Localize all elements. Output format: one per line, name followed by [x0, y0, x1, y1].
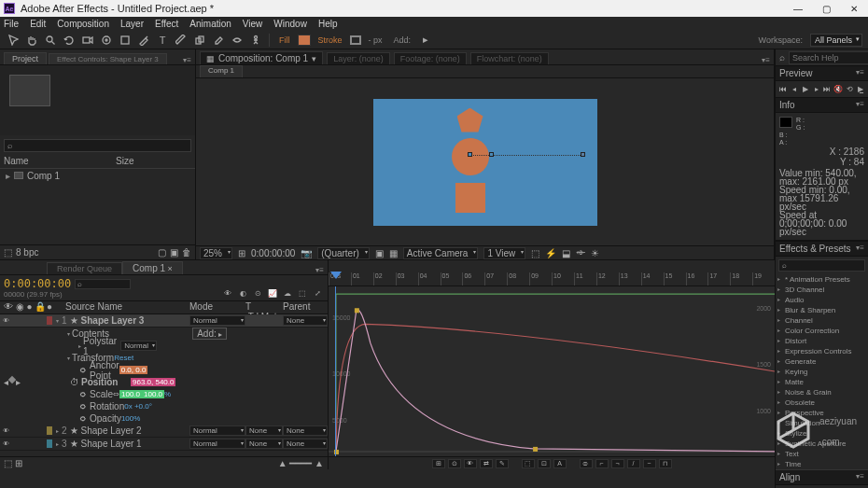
panel-menu-icon[interactable]: ▾≡: [856, 244, 864, 254]
panel-menu-icon[interactable]: ▾≡: [856, 472, 864, 482]
timeline-comp-tab[interactable]: Comp 1 ×: [122, 261, 183, 274]
graph-show-icon[interactable]: 👁: [464, 459, 477, 468]
shape-circle[interactable]: [452, 138, 489, 175]
col-parent[interactable]: Parent: [283, 301, 328, 314]
pen-tool-icon[interactable]: [136, 33, 151, 48]
trkmat-dropdown[interactable]: None: [245, 425, 283, 436]
parent-dropdown[interactable]: None: [283, 439, 328, 449]
loop-icon[interactable]: ⟲: [844, 84, 855, 94]
ruler-tick[interactable]: 05: [441, 272, 463, 286]
menu-edit[interactable]: Edit: [30, 19, 46, 29]
toggle-switches-icon[interactable]: ⬚ ⊞: [4, 458, 22, 468]
parent-dropdown[interactable]: None: [283, 425, 328, 436]
eye-icon[interactable]: 👁: [2, 316, 10, 325]
trkmat-dropdown[interactable]: None: [245, 439, 283, 449]
draft3d-icon[interactable]: ⬚: [296, 287, 309, 299]
clone-tool-icon[interactable]: [192, 33, 207, 48]
menu-window[interactable]: Window: [273, 19, 307, 29]
camera-dropdown[interactable]: Active Camera: [403, 247, 479, 259]
viewer-time[interactable]: 0:00:00:00: [251, 248, 295, 258]
panel-menu-icon[interactable]: ▾≡: [179, 56, 195, 64]
effects-category[interactable]: 3D Channel: [776, 285, 868, 295]
timeline-icon[interactable]: ⬓: [562, 248, 570, 258]
next-frame-icon[interactable]: ▸: [811, 84, 822, 94]
graph-choose-icon[interactable]: ⊞: [432, 459, 445, 468]
rotation-value[interactable]: 0x +0.0°: [124, 402, 152, 411]
layer-row-3[interactable]: 👁 ▸3 ★ Shape Layer 1 Normal None None: [0, 438, 328, 451]
first-frame-icon[interactable]: ⏮: [777, 84, 789, 94]
play-icon[interactable]: ▶: [800, 84, 811, 94]
layer-viewer-tab[interactable]: Layer: (none): [327, 52, 390, 64]
effects-category[interactable]: Time: [776, 459, 868, 469]
effects-category[interactable]: Audio: [776, 295, 868, 305]
ruler-tick[interactable]: 09: [529, 272, 552, 286]
stroke-swatch-icon[interactable]: [350, 35, 361, 45]
effects-category[interactable]: * Animation Presets: [776, 274, 868, 285]
ruler-tick[interactable]: 13: [619, 272, 641, 286]
ease-out-icon[interactable]: ¬: [611, 459, 624, 468]
graph-autozoom-icon[interactable]: A: [553, 459, 567, 468]
type-tool-icon[interactable]: T: [155, 33, 170, 48]
effect-controls-tab[interactable]: Effect Controls: Shape Layer 3: [49, 53, 167, 64]
position-value[interactable]: 963.0, 540.0: [131, 378, 175, 386]
next-kf-icon[interactable]: ▸: [16, 377, 21, 387]
stroke-width[interactable]: - px: [369, 35, 383, 45]
keyframe-handle-mid[interactable]: [489, 152, 494, 157]
menu-layer[interactable]: Layer: [120, 19, 144, 29]
new-folder-icon[interactable]: ▢: [158, 247, 166, 258]
puppet-tool-icon[interactable]: [248, 33, 263, 48]
viewer-grid-icon[interactable]: ⊞: [238, 248, 245, 258]
blend-mode-dropdown[interactable]: Normal: [189, 315, 245, 326]
fill-label[interactable]: Fill: [279, 35, 290, 45]
ruler-tick[interactable]: 03: [396, 272, 418, 286]
graph-fit-icon[interactable]: ⬚: [522, 459, 535, 468]
ruler-tick[interactable]: 07: [484, 272, 507, 286]
graph-fitall-icon[interactable]: ⊡: [538, 459, 551, 468]
render-queue-tab[interactable]: Render Queue: [47, 262, 122, 274]
ruler-tick[interactable]: 02: [373, 272, 396, 286]
shape-pentagon[interactable]: [457, 108, 483, 132]
menu-effect[interactable]: Effect: [155, 19, 178, 29]
col-mode[interactable]: Mode: [189, 301, 245, 314]
menu-animation[interactable]: Animation: [189, 19, 231, 29]
brainstorm-icon[interactable]: ☁: [281, 287, 294, 299]
anchor-point-value[interactable]: 0.0, 0.0: [119, 366, 148, 374]
ruler-tick[interactable]: 15: [664, 272, 686, 286]
hand-tool-icon[interactable]: [24, 33, 39, 48]
col-size[interactable]: Size: [116, 156, 133, 166]
opacity-value[interactable]: 100%: [121, 414, 140, 423]
roi-icon[interactable]: ▣: [375, 248, 384, 258]
brush-tool-icon[interactable]: [174, 33, 189, 48]
camera-tool-icon[interactable]: [80, 33, 95, 48]
effects-category[interactable]: Distort: [776, 336, 868, 346]
ease-in-icon[interactable]: ⌐: [595, 459, 609, 468]
zoom-slider[interactable]: ▲ ━━━━ ▲: [278, 458, 324, 468]
col-name[interactable]: Name: [4, 156, 116, 166]
comp-subtab[interactable]: Comp 1: [200, 65, 243, 77]
prev-frame-icon[interactable]: ◂: [789, 84, 800, 94]
roto-tool-icon[interactable]: [230, 33, 245, 48]
timeline-search[interactable]: ⌕: [75, 279, 131, 289]
menu-file[interactable]: File: [4, 19, 19, 29]
new-comp-icon[interactable]: ▣: [170, 247, 178, 258]
fill-swatch-icon[interactable]: [298, 35, 311, 46]
mute-icon[interactable]: 🔇: [833, 84, 844, 94]
blend-mode-dropdown[interactable]: Normal: [189, 425, 245, 436]
tl-expand-icon[interactable]: ⤢: [311, 287, 324, 299]
col-source-name[interactable]: Source Name: [52, 301, 189, 314]
interpret-icon[interactable]: ⬚: [4, 247, 12, 258]
hold-icon[interactable]: ⊓: [659, 459, 672, 468]
ruler-tick[interactable]: 18: [730, 272, 752, 286]
shape-tool-icon[interactable]: [118, 33, 133, 48]
stroke-label[interactable]: Stroke: [318, 35, 343, 45]
help-search-input[interactable]: [789, 51, 868, 64]
graph-separate-icon[interactable]: ⇄: [480, 459, 493, 468]
bpc-toggle[interactable]: 8 bpc: [16, 247, 38, 258]
views-dropdown[interactable]: 1 View: [483, 247, 525, 259]
effects-category[interactable]: Synthetic Aperture: [776, 439, 868, 449]
ruler-tick[interactable]: 08: [507, 272, 529, 286]
effects-category[interactable]: Perspective: [776, 408, 868, 418]
rotate-tool-icon[interactable]: [62, 33, 77, 48]
zoom-dropdown[interactable]: 25%: [200, 247, 232, 259]
frame-blend-icon[interactable]: ◐: [236, 287, 249, 299]
